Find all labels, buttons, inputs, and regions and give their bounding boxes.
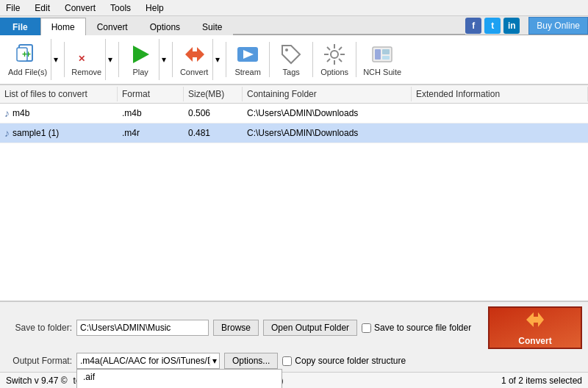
- nch-suite-button[interactable]: NCH Suite: [359, 39, 405, 80]
- tab-file[interactable]: File: [0, 18, 40, 35]
- file-size-cell: 0.481: [184, 126, 243, 140]
- file-folder-cell: C:\Users\ADMIN\Downloads: [243, 126, 412, 140]
- copy-structure-checkbox[interactable]: [282, 356, 292, 366]
- play-dropdown-arrow[interactable]: ▾: [159, 39, 168, 80]
- remove-dropdown-arrow[interactable]: ▾: [105, 39, 114, 80]
- convert-toolbar-button[interactable]: Convert: [176, 39, 212, 80]
- col-header-size: Size(MB): [184, 87, 243, 101]
- file-list-area: List of files to convert Format Size(MB)…: [0, 85, 588, 301]
- file-list-wrapper[interactable]: ♪ m4b .m4b 0.506 C:\Users\ADMIN\Download…: [0, 104, 588, 301]
- bottom-controls: Save to folder: Browse Open Output Folde…: [0, 301, 588, 372]
- svg-line-15: [327, 47, 330, 50]
- stream-button[interactable]: Stream: [229, 39, 266, 80]
- svg-text:+: +: [22, 49, 27, 60]
- save-source-checkbox[interactable]: [362, 323, 371, 333]
- save-source-checkbox-label[interactable]: Save to source file folder: [362, 323, 471, 333]
- file-icon: ♪: [4, 127, 10, 139]
- convert-btn-icon: [525, 309, 545, 330]
- save-folder-row: Save to folder: Browse Open Output Folde…: [6, 306, 582, 349]
- svg-rect-20: [375, 49, 381, 60]
- file-format-cell: .m4b: [118, 106, 184, 121]
- col-header-name: List of files to convert: [0, 87, 118, 101]
- menu-bar: File Edit Convert Tools Help: [0, 0, 588, 16]
- tab-convert[interactable]: Convert: [86, 18, 139, 35]
- svg-marker-5: [133, 46, 149, 63]
- svg-point-9: [285, 48, 288, 51]
- convert-group: Convert ▾: [176, 39, 221, 80]
- svg-rect-22: [382, 56, 390, 60]
- remove-group: ✕ Remove ▾: [68, 39, 114, 80]
- tags-icon: [279, 43, 303, 66]
- file-icon: ♪: [4, 107, 10, 119]
- output-format-label: Output Format:: [6, 356, 72, 366]
- format-dropdown-container: .m4a(ALAC/AAC for iOS/iTunes/DSI) ▾ .aif…: [76, 353, 220, 369]
- browse-button[interactable]: Browse: [213, 320, 259, 336]
- tags-label: Tags: [283, 68, 300, 76]
- tags-button[interactable]: Tags: [273, 39, 309, 80]
- file-size-cell: 0.506: [184, 106, 243, 121]
- file-format-cell: .m4r: [118, 126, 184, 140]
- linkedin-btn[interactable]: in: [503, 18, 520, 34]
- nch-suite-icon: [370, 43, 394, 66]
- convert-toolbar-icon: [182, 43, 206, 66]
- tab-home[interactable]: Home: [40, 18, 86, 35]
- stream-icon: [236, 43, 259, 66]
- tab-options[interactable]: Options: [139, 18, 191, 35]
- app-window: File Edit Convert Tools Help File Home C…: [0, 0, 588, 388]
- twitter-btn[interactable]: t: [484, 18, 501, 34]
- output-format-row: Output Format: .m4a(ALAC/AAC for iOS/iTu…: [6, 353, 582, 369]
- dropdown-item[interactable]: .aif: [77, 370, 282, 384]
- play-button[interactable]: Play: [122, 39, 159, 80]
- convert-dropdown-arrow[interactable]: ▾: [212, 39, 221, 80]
- social-area: f t in Buy Online: [465, 17, 588, 35]
- save-folder-label: Save to folder:: [6, 323, 72, 333]
- options-icon: [323, 43, 346, 66]
- table-row[interactable]: ♪ sample1 (1) .m4r 0.481 C:\Users\ADMIN\…: [0, 123, 588, 143]
- file-name-cell: ♪ sample1 (1): [0, 125, 118, 141]
- format-dropdown-arrow[interactable]: ▾: [209, 356, 219, 366]
- play-group: Play ▾: [122, 39, 168, 80]
- ribbon-tabs: File Home Convert Options Suite f t in B…: [0, 16, 588, 35]
- col-header-format: Format: [118, 87, 184, 101]
- play-icon: [129, 43, 152, 66]
- add-files-dropdown-arrow[interactable]: ▾: [51, 39, 60, 80]
- dropdown-item[interactable]: .amr: [77, 384, 282, 388]
- menu-help[interactable]: Help: [143, 1, 167, 15]
- file-name-cell: ♪ m4b: [0, 105, 118, 121]
- add-files-label: Add File(s): [8, 68, 47, 76]
- svg-text:✕: ✕: [78, 54, 85, 64]
- open-output-button[interactable]: Open Output Folder: [263, 320, 357, 336]
- table-row[interactable]: ♪ m4b .m4b 0.506 C:\Users\ADMIN\Download…: [0, 104, 588, 123]
- buy-online-button[interactable]: Buy Online: [528, 17, 588, 35]
- toolbar: + + Add File(s) ▾ ✕ Remove ▾: [0, 35, 588, 85]
- facebook-btn[interactable]: f: [465, 18, 481, 34]
- format-dropdown-list[interactable]: .aif .amr .ape .au .caf(with ALAC encodi…: [76, 369, 282, 388]
- remove-label: Remove: [71, 68, 101, 76]
- svg-line-18: [327, 59, 330, 62]
- remove-icon: ✕: [75, 43, 98, 66]
- options-format-button[interactable]: Options...: [224, 353, 278, 369]
- tab-suite[interactable]: Suite: [191, 18, 233, 35]
- convert-button[interactable]: Convert: [488, 306, 582, 349]
- menu-tools[interactable]: Tools: [107, 1, 134, 15]
- add-files-button[interactable]: + + Add File(s): [4, 39, 51, 80]
- svg-rect-21: [382, 49, 390, 54]
- menu-edit[interactable]: Edit: [32, 1, 53, 15]
- copy-structure-checkbox-label[interactable]: Copy source folder structure: [282, 356, 406, 366]
- col-header-folder: Containing Folder: [243, 87, 412, 101]
- menu-convert[interactable]: Convert: [62, 1, 98, 15]
- remove-button[interactable]: ✕ Remove: [68, 39, 105, 80]
- menu-file[interactable]: File: [3, 1, 23, 15]
- col-header-ext: Extended Information: [412, 87, 588, 101]
- file-ext-cell: [412, 111, 588, 115]
- options-label: Options: [320, 68, 348, 76]
- options-button[interactable]: Options: [316, 39, 353, 80]
- file-folder-cell: C:\Users\ADMIN\Downloads: [243, 106, 412, 121]
- convert-toolbar-label: Convert: [180, 68, 209, 76]
- svg-marker-23: [526, 312, 544, 327]
- format-select[interactable]: .m4a(ALAC/AAC for iOS/iTunes/DSI) ▾: [76, 353, 220, 369]
- save-folder-input[interactable]: [76, 320, 209, 336]
- stream-label: Stream: [234, 68, 260, 76]
- svg-marker-6: [185, 47, 204, 62]
- svg-line-17: [339, 47, 342, 50]
